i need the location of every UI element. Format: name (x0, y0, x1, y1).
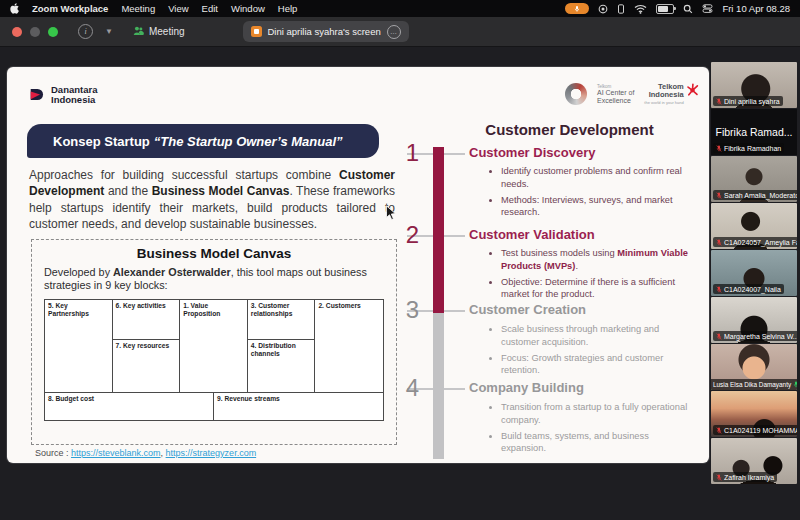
bullet-text: . (575, 261, 578, 271)
zoom-app-window: Zoom Workplace Meeting View Edit Window … (0, 0, 800, 520)
bmc-cell-key-partnerships: 5. Key Partnerships (45, 300, 113, 392)
minimize-window-button[interactable] (30, 27, 40, 37)
bmc-cell-revenue-streams: 9. Revenue streams (214, 393, 383, 420)
participant-name-label: Margaretha Selvina W... (713, 331, 797, 341)
slide-title-prefix: Konsep Startup (53, 134, 150, 149)
participant-name-label: Sarah Amalia_Moderator (713, 190, 797, 200)
participant-tile-sarah[interactable]: Sarah Amalia_Moderator (711, 156, 797, 202)
participant-name: Fibrika Ramadhan (724, 145, 781, 152)
close-window-button[interactable] (12, 27, 22, 37)
participant-tile-naila[interactable]: C1A024007_Naila (711, 250, 797, 296)
bmc-cell-budget-cost: 8. Budget cost (45, 393, 214, 420)
search-icon[interactable] (683, 4, 693, 14)
muted-mic-icon (716, 192, 722, 199)
battery-icon[interactable] (656, 4, 674, 14)
bullet-text: Test business models using (501, 248, 617, 258)
participant-name-label: Zafirah Ikramiya (713, 472, 777, 482)
menu-item-meeting[interactable]: Meeting (121, 3, 155, 14)
heading-customer-creation: Customer Creation (469, 302, 586, 317)
source-label: Source : (35, 448, 71, 458)
participant-tile-dini[interactable]: Dini aprilia syahra (711, 62, 797, 108)
participant-name-label: C1A024057_Ameylia Fa... (713, 237, 797, 247)
partner-logos: Telkom AI Center of Excellence Telkom In… (565, 83, 699, 105)
participant-name-label: C1A024007_Naila (713, 284, 784, 294)
bullet-item: Methods: Interviews, surveys, and market… (501, 194, 689, 220)
ai-coe-line2: Excellence (597, 97, 631, 104)
source-link-steveblank: https://steveblank.com (71, 448, 161, 458)
bullets-customer-creation: Scale business through marketing and cus… (489, 323, 689, 380)
bullets-customer-validation: Test business models using Minimum Viabl… (489, 247, 689, 304)
menu-item-window[interactable]: Window (231, 3, 265, 14)
participants-sidebar: Dini aprilia syahra Fibrika Ramad... Fib… (711, 62, 798, 485)
mic-in-use-indicator[interactable] (565, 3, 589, 14)
ai-coe-line1: AI Center of (597, 89, 634, 96)
timeline-bar-inactive (433, 313, 444, 459)
menu-item-help[interactable]: Help (278, 3, 298, 14)
participant-tile-zafirah[interactable]: Zafirah Ikramiya (711, 438, 797, 484)
tab-meeting[interactable]: Meeting (133, 25, 185, 38)
participant-tile-margaretha[interactable]: Margaretha Selvina W... (711, 297, 797, 343)
participant-name-label: C1A024119 MOHAMMA... (713, 425, 797, 435)
participant-name: C1A024007_Naila (724, 286, 781, 293)
wifi-icon[interactable] (634, 4, 647, 14)
ai-coe-logo-icon (565, 83, 587, 105)
zoom-title-bar: i ▼ Meeting Dini aprilia syahra's screen… (0, 17, 800, 47)
participant-tile-ameylia[interactable]: C1A024057_Ameylia Fa... (711, 203, 797, 249)
tab-options-button[interactable]: … (387, 25, 401, 39)
macos-menu-bar: Zoom Workplace Meeting View Edit Window … (0, 0, 800, 17)
menu-clock[interactable]: Fri 10 Apr 08.28 (722, 3, 790, 14)
bullet-item: Transition from a startup to a fully ope… (501, 401, 689, 427)
bmc-cell-distribution-channels: 4. Distribution channels (248, 340, 316, 392)
step-number-4: 4 (393, 376, 419, 400)
slide-title-banner: Konsep Startup “The Startup Owner’s Manu… (27, 124, 379, 158)
menu-item-edit[interactable]: Edit (202, 3, 218, 14)
participant-name: Lusia Elsa Dika Damayanty (713, 381, 791, 388)
menu-item-view[interactable]: View (168, 3, 188, 14)
bmc-title: Business Model Canvas (44, 246, 384, 261)
camera-indicator-icon[interactable] (598, 4, 608, 14)
meeting-tab-label: Meeting (149, 26, 185, 37)
bmc-table: 5. Key Partnerships 6. Key activities 7.… (44, 299, 384, 421)
danantara-logo-icon (29, 87, 46, 102)
muted-mic-icon (716, 98, 722, 105)
apple-menu-icon[interactable] (10, 3, 19, 14)
participant-tile-fibrika[interactable]: Fibrika Ramad... Fibrika Ramadhan (711, 109, 797, 155)
heading-customer-discovery: Customer Discovery (469, 145, 595, 160)
timeline-bar-active (433, 147, 444, 313)
meeting-icon (133, 25, 144, 38)
source-link-strategyzer: https://strategyzer.com (166, 448, 257, 458)
fullscreen-window-button[interactable] (48, 27, 58, 37)
participant-tile-mohamma[interactable]: C1A024119 MOHAMMA... (711, 391, 797, 437)
danantara-logo: Danantara Indonesia (29, 85, 97, 105)
participant-name: C1A024119 MOHAMMA... (724, 427, 797, 434)
bullet-item: Build teams, systems, and business expan… (501, 430, 689, 456)
muted-mic-icon (716, 333, 722, 340)
participant-name-label: Fibrika Ramadhan (713, 143, 784, 153)
customer-development-title: Customer Development (462, 121, 677, 138)
muted-mic-icon (716, 474, 722, 481)
menu-item-app[interactable]: Zoom Workplace (32, 3, 108, 14)
bmc-cell-value-proposition: 1. Value Proposition (180, 300, 248, 392)
step-number-2: 2 (393, 223, 419, 247)
control-center-icon[interactable] (702, 4, 713, 13)
participant-name: Sarah Amalia_Moderator (724, 192, 797, 199)
bmc-desc-pre: Developed by (44, 266, 113, 278)
bmc-cell-key-resources: 7. Key resources (113, 340, 181, 392)
business-model-canvas-box: Business Model Canvas Developed by Alexa… (31, 239, 397, 445)
heading-customer-validation: Customer Validation (469, 227, 595, 242)
bmc-cell-customer-relationships: 3. Customer relationships (248, 300, 316, 340)
chevron-down-icon[interactable]: ▼ (105, 27, 113, 36)
meeting-info-button[interactable]: i (78, 24, 93, 39)
muted-mic-icon (716, 286, 722, 293)
participant-name: C1A024057_Ameylia Fa... (724, 239, 797, 246)
heading-company-building: Company Building (469, 380, 584, 395)
telkom-logo-icon (686, 83, 699, 96)
bullet-item: Objective: Determine if there is a suffi… (501, 276, 689, 302)
mouse-cursor (385, 205, 396, 225)
participant-tile-lusia-speaking[interactable]: Lusia Elsa Dika Damayanty (711, 344, 797, 390)
tab-shared-screen[interactable]: Dini aprilia syahra's screen … (243, 21, 409, 42)
intro-bold-2: Business Model Canvas (152, 184, 290, 198)
screen-share-icon (251, 26, 262, 37)
display-icon[interactable] (617, 4, 625, 14)
telkom-tagline: the world in your hand (644, 101, 683, 105)
